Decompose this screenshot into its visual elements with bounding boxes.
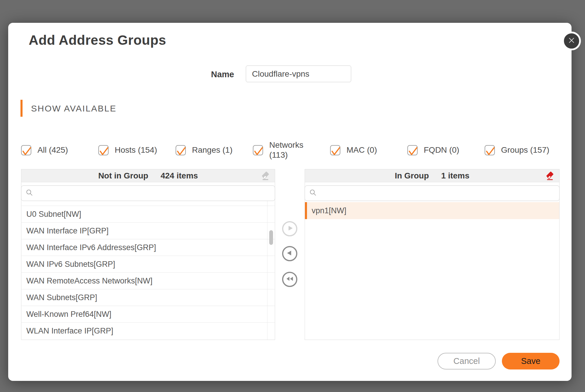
filter-networks[interactable]: Networks (113) (253, 140, 330, 160)
checkbox-checked-icon[interactable] (407, 145, 418, 155)
not-in-group-list: U0 Subnet[NW] WAN Interface IP[GRP] WAN … (21, 201, 275, 340)
panel-item-count: 1 items (441, 171, 470, 180)
list-item[interactable]: Well-Known Pref64[NW] (21, 306, 275, 322)
move-left-button[interactable] (282, 246, 297, 261)
arrow-right-icon (285, 224, 294, 234)
panel-title: In Group (395, 171, 429, 180)
clear-filter-eraser-icon[interactable] (260, 171, 271, 181)
filter-label: Networks (113) (269, 140, 308, 160)
in-group-panel: In Group 1 items vpn1[N (305, 169, 560, 340)
filter-groups[interactable]: Groups (157) (485, 145, 562, 155)
checkbox-checked-icon[interactable] (98, 145, 109, 155)
filter-label: FQDN (0) (424, 145, 459, 155)
filter-label: All (425) (37, 145, 68, 155)
in-group-search[interactable] (305, 185, 560, 201)
filter-label: Hosts (154) (115, 145, 157, 155)
filter-all[interactable]: All (425) (21, 145, 98, 155)
list-item[interactable]: WAN Interface IPv6 Addresses[GRP] (21, 239, 275, 256)
checkbox-checked-icon[interactable] (330, 145, 340, 155)
list-item[interactable]: WAN Subnets[GRP] (21, 289, 275, 306)
list-item[interactable]: WLAN Interface IP[GRP] (21, 322, 275, 339)
filter-hosts[interactable]: Hosts (154) (98, 145, 176, 155)
not-in-group-header: Not in Group 424 items (21, 169, 275, 182)
filter-label: Ranges (1) (192, 145, 233, 155)
filter-label: MAC (0) (346, 145, 377, 155)
checkbox-checked-icon[interactable] (253, 145, 263, 155)
search-icon (25, 189, 33, 198)
search-icon (309, 189, 317, 198)
list-item[interactable]: U0 Subnet[NW] (21, 206, 275, 222)
filter-checkbox-row: All (425) Hosts (154) Ranges (1) Network… (21, 136, 571, 164)
in-group-selected-item[interactable]: vpn1[NW] (305, 202, 559, 219)
filter-fqdn[interactable]: FQDN (0) (407, 145, 485, 155)
close-button[interactable] (562, 32, 581, 50)
checkbox-checked-icon[interactable] (21, 145, 31, 155)
panel-title: Not in Group (98, 171, 148, 180)
section-accent-bar (20, 100, 23, 117)
name-field-label: Name (198, 70, 234, 79)
close-icon (567, 36, 576, 46)
clear-group-eraser-icon[interactable] (545, 171, 555, 181)
scrollbar-thumb[interactable] (269, 230, 273, 245)
page-title: Add Address Groups (29, 32, 166, 48)
move-all-left-button[interactable] (282, 272, 297, 287)
list-item[interactable]: WAN Interface IP[GRP] (21, 222, 275, 239)
double-arrow-left-icon (285, 274, 294, 284)
name-input[interactable] (246, 66, 351, 82)
panel-item-count: 424 items (161, 171, 198, 180)
add-address-groups-dialog: Add Address Groups Name SHOW AVAILABLE A… (8, 23, 572, 381)
filter-mac[interactable]: MAC (0) (330, 145, 407, 155)
checkbox-checked-icon[interactable] (485, 145, 495, 155)
list-item[interactable]: WAN RemoteAccess Networks[NW] (21, 272, 275, 289)
search-input[interactable] (319, 186, 559, 201)
checkbox-checked-icon[interactable] (176, 145, 186, 155)
move-right-button[interactable] (282, 221, 297, 236)
list-scrollbar[interactable] (267, 201, 275, 340)
filter-ranges[interactable]: Ranges (1) (176, 145, 253, 155)
arrow-left-icon (285, 249, 294, 259)
in-group-header: In Group 1 items (305, 169, 559, 182)
save-button[interactable]: Save (502, 353, 560, 369)
list-item[interactable]: WAN IPv6 Subnets[GRP] (21, 256, 275, 272)
not-in-group-search[interactable] (21, 185, 275, 201)
show-available-heading: SHOW AVAILABLE (31, 104, 116, 114)
cancel-button[interactable]: Cancel (438, 353, 496, 369)
not-in-group-panel: Not in Group 424 items (21, 169, 275, 340)
filter-label: Groups (157) (501, 145, 549, 155)
search-input[interactable] (36, 186, 275, 201)
